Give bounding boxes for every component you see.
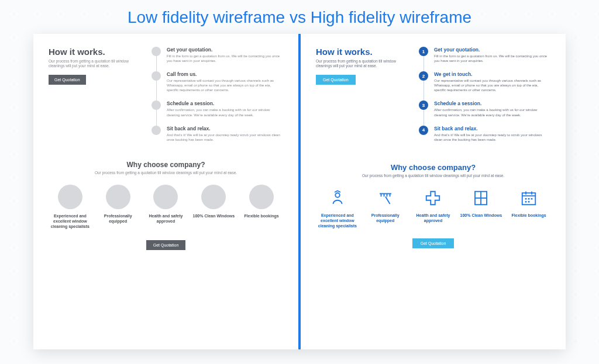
step-number-badge: 4 [419,126,428,135]
step-title: Sit back and relax. [434,126,550,131]
step-dot-icon [152,71,161,81]
lowfi-cta2-button[interactable]: Get Quotation [146,240,186,250]
lowfi-step: Schedule a session. After confirmation, … [152,100,283,117]
step-desc: Fill in the form to get a quotation from… [434,54,550,63]
calendar-icon [518,188,539,209]
hifi-features: Experienced and excellent window cleanin… [316,188,550,228]
lowfi-step: Call from us. Our representative will co… [152,71,283,92]
lowfi-step: Sit back and relax. And that's it! We wi… [152,126,283,142]
svg-point-10 [531,199,532,199]
feature-item: Professionally equipped [364,188,407,228]
lowfi-panel: How it works. Our process from getting a… [33,34,298,349]
lowfi-hiw-subtitle: Our process from getting a quotation til… [49,59,130,69]
hifi-cta2-button[interactable]: Get Quotation [412,238,455,248]
placeholder-icon [58,185,82,209]
feature-item: Experienced and excellent window cleanin… [49,185,92,229]
step-title: Call from us. [167,71,283,77]
feature-label: Professionally equipped [97,214,140,224]
placeholder-icon [249,185,274,209]
hifi-step: 3 Schedule a session. After confirmation… [419,100,550,117]
hifi-step: 4 Sit back and relax. And that's it! We … [419,126,550,142]
lowfi-steps: Get your quotation. Fill in the form to … [152,47,283,150]
step-title: Get your quotation. [167,47,283,53]
feature-label: Health and safety approved [144,214,188,224]
lowfi-features: Experienced and excellent window cleanin… [49,185,283,229]
hifi-cta-button[interactable]: Get Quotation [316,75,356,85]
feature-item: 100% Clean Windows [459,188,502,228]
svg-point-9 [528,199,529,199]
hifi-step: 1 Get your quotation. Fill in the form t… [419,47,550,63]
feature-label: Experienced and excellent window cleanin… [316,213,359,228]
placeholder-icon [153,185,178,209]
feature-label: Health and safety approved [412,213,455,224]
step-dot-icon [152,126,161,135]
placeholder-icon [106,185,130,209]
lowfi-hiw-title: How it works. [49,47,136,57]
hifi-panel: How it works. Our process from getting a… [301,34,566,349]
comparison-card: How it works. Our process from getting a… [33,34,566,349]
hifi-hiw-subtitle: Our process from getting a quotation til… [316,59,398,69]
feature-item: Health and safety approved [144,185,188,229]
squeegee-icon [375,188,396,209]
hifi-step: 2 We get in touch. Our representative wi… [419,71,550,92]
step-dot-icon [152,47,161,56]
step-title: Schedule a session. [434,100,550,106]
lowfi-why-title: Why choose company? [49,161,283,169]
step-desc: Our representative will contact you thro… [167,78,283,92]
step-title: Sit back and relax. [167,126,283,131]
lowfi-cta-button[interactable]: Get Quotation [49,75,86,85]
step-number-badge: 1 [419,47,428,56]
hifi-steps: 1 Get your quotation. Fill in the form t… [419,47,550,150]
lowfi-why-subtitle: Our process from getting a quotation til… [49,171,283,175]
svg-point-11 [525,202,526,202]
hifi-why-title: Why choose company? [316,163,550,172]
step-title: Schedule a session. [167,100,283,106]
step-number-badge: 2 [419,71,428,81]
feature-label: Professionally equipped [364,213,407,224]
feature-item: Flexible bookings [240,185,283,229]
health-cross-icon [422,188,443,209]
feature-item: Experienced and excellent window cleanin… [316,188,359,228]
window-icon [470,188,491,209]
feature-label: 100% Clean Windows [459,213,502,219]
hifi-hiw-title: How it works. [316,47,404,57]
step-desc: After confirmation, you can make a booki… [167,108,283,117]
svg-point-0 [335,193,340,198]
page-title: Low fidelity wireframe vs High fidelity … [0,0,599,34]
svg-point-8 [525,199,526,199]
step-desc: And that's it! We will be at your doorst… [434,133,550,142]
placeholder-icon [201,185,226,209]
step-title: We get in touch. [434,71,550,77]
step-number-badge: 3 [419,100,428,110]
step-dot-icon [152,100,161,110]
feature-item: Health and safety approved [412,188,455,228]
step-desc: After confirmation, you can make a booki… [434,108,550,117]
step-desc: Our representative will contact you thro… [434,78,550,92]
feature-label: 100% Clean Windows [192,214,235,219]
feature-label: Flexible bookings [507,213,550,219]
feature-label: Flexible bookings [240,214,283,219]
step-desc: And that's it! We will be at your doorst… [167,133,283,142]
feature-item: Professionally equipped [97,185,140,229]
lowfi-step: Get your quotation. Fill in the form to … [152,47,283,63]
step-title: Get your quotation. [434,47,550,53]
feature-item: 100% Clean Windows [192,185,235,229]
feature-label: Experienced and excellent window cleanin… [49,214,92,229]
specialist-icon [327,188,348,209]
feature-item: Flexible bookings [507,188,550,228]
svg-point-12 [528,202,529,202]
hifi-why-subtitle: Our process from getting a quotation til… [316,174,550,178]
step-desc: Fill in the form to get a quotation from… [167,54,283,63]
